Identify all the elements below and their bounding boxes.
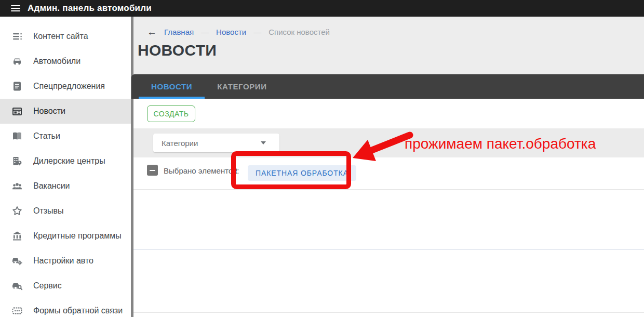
minus-icon [150,170,155,171]
admin-panel-app: Админ. панель автомобили Контент сайта А… [0,0,644,317]
categories-dropdown-label: Категории [162,139,261,148]
breadcrumb-separator: — [201,28,209,36]
app-title: Админ. панель автомобили [28,3,152,14]
sidebar-item-dealers[interactable]: Дилерские центры [0,149,131,174]
breadcrumb-separator: — [253,28,261,36]
news-row-comvex[interactable]: COMVEX КРОКУС ЭКСПО, МОСКВА 27–30 МАЯ 20… [133,190,644,249]
back-arrow-icon[interactable]: ← [147,27,157,37]
sidebar-item-feedback-forms[interactable]: Формы обратной связи [0,298,131,317]
annotation-text: прожимаем пакет.обработка [405,136,596,152]
car-icon [11,55,23,68]
sidebar-item-label: Настройки авто [33,256,93,266]
sidebar-item-site-content[interactable]: Контент сайта [0,24,131,49]
select-all-checkbox-indeterminate[interactable] [147,165,158,176]
tab-news[interactable]: НОВОСТИ [139,74,205,99]
selected-count-value: 2 [233,166,237,175]
sidebar-item-reviews[interactable]: Отзывы [0,199,131,223]
toolbar-band [133,99,644,128]
breadcrumb: ← Главная — Новости — Список новостей [147,27,330,37]
book-icon [11,130,23,142]
bank-icon [11,230,23,242]
news-icon [11,105,23,117]
sidebar-item-label: Дилерские центры [33,156,105,166]
sidebar-item-auto-settings[interactable]: Настройки авто [0,248,131,273]
sidebar-item-label: Сервис [33,281,62,290]
create-button[interactable]: СОЗДАТЬ [147,105,195,122]
car-service-icon [11,280,23,292]
sidebar-item-articles[interactable]: Статьи [0,124,131,149]
sidebar-item-label: Статьи [33,131,60,141]
sidebar-item-label: Новости [33,107,65,116]
sidebar-item-label: Формы обратной связи [33,306,123,315]
sidebar-item-news[interactable]: Новости [0,99,131,124]
building-pin-icon [11,155,23,167]
news-row-conference[interactable]: JAC MOTORS ✓ Дилерская конференция 2020 [133,250,644,312]
sidebar-item-label: Кредитные программы [33,231,122,241]
sidebar-item-label: Отзывы [33,206,64,216]
breadcrumb-news-link[interactable]: Новости [216,28,246,36]
page-title: НОВОСТИ [138,42,217,59]
sidebar-item-cars[interactable]: Автомобили [0,49,131,74]
hamburger-menu-icon[interactable] [11,5,20,12]
sidebar-item-service[interactable]: Сервис [0,273,131,298]
star-icon [11,205,23,217]
tab-categories[interactable]: КАТЕГОРИИ [205,74,279,99]
breadcrumb-current: Список новостей [269,28,330,36]
batch-processing-button[interactable]: ПАКЕТНАЯ ОБРАБОТКА [248,165,356,181]
sidebar-item-special-offers[interactable]: Спецпредложения [0,74,131,99]
sidebar-item-label: Контент сайта [33,32,88,41]
sidebar-item-label: Вакансии [33,181,70,191]
topbar: Админ. панель автомобили [0,0,644,17]
breadcrumb-home-link[interactable]: Главная [164,28,194,36]
sidebar: Контент сайта Автомобили Спецпредложения… [0,17,131,317]
document-icon [11,80,23,93]
sidebar-item-label: Спецпредложения [33,82,105,91]
feedback-form-icon [11,305,23,317]
people-icon [11,180,23,192]
selected-count-label: Выбрано элементов: [164,166,239,175]
car-gear-icon [11,255,23,267]
categories-dropdown[interactable]: Категории [153,134,279,152]
sidebar-item-credit-programs[interactable]: Кредитные программы [0,223,131,248]
row-divider [133,312,644,313]
tabbar: НОВОСТИ КАТЕГОРИИ [131,74,644,99]
sidebar-item-vacancies[interactable]: Вакансии [0,174,131,199]
sidebar-item-label: Автомобили [33,57,81,66]
site-content-icon [11,30,23,43]
chevron-down-icon [261,141,266,144]
